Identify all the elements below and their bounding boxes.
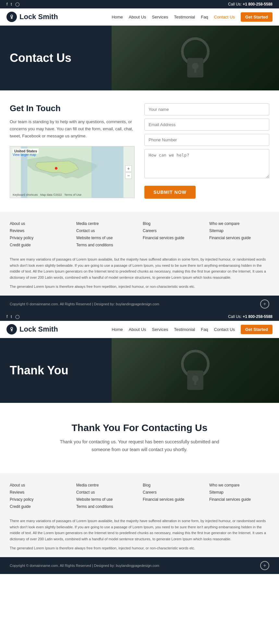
instagram-icon-2[interactable]: ◯ xyxy=(15,314,19,319)
twitter-icon-2[interactable]: t xyxy=(11,314,12,319)
footer-media-2[interactable]: Media centre xyxy=(76,483,136,487)
main-content: Get In Touch Our team is standing by to … xyxy=(0,90,279,212)
thankyou-section: Thank You For Contacting Us Thank you fo… xyxy=(0,403,279,473)
social-icons: f t ◯ xyxy=(6,2,19,6)
footer-lorem-small: The generated Lorem Ipsum is therefore a… xyxy=(10,284,269,289)
top-bar-2: f t ◯ Call Us: +1 800-258-5588 xyxy=(0,312,279,321)
footer-privacy[interactable]: Privacy policy xyxy=(10,236,70,240)
footer-media[interactable]: Media centre xyxy=(76,221,136,226)
nav-about[interactable]: About Us xyxy=(129,15,146,19)
footer-who-compare-2[interactable]: Who we compare xyxy=(209,483,269,487)
footer-blog-2[interactable]: Blog xyxy=(143,483,203,487)
call-label-2: Call Us: xyxy=(228,314,242,319)
get-started-button[interactable]: Get Started xyxy=(241,12,273,22)
hero-background-2 xyxy=(112,338,279,403)
email-input[interactable] xyxy=(144,119,269,131)
footer-sitemap-2[interactable]: Sitemap xyxy=(209,490,269,495)
logo-icon xyxy=(6,12,17,22)
footer-about-us-2[interactable]: About us xyxy=(10,483,70,487)
footer-col-4b: Who we compare Sitemap Financial service… xyxy=(209,483,269,511)
top-bar: f t ◯ Call Us: +1 800-258-5588 xyxy=(0,0,279,8)
hero-content: Contact Us xyxy=(0,41,81,75)
nav-home-2[interactable]: Home xyxy=(112,327,123,332)
get-started-button-2[interactable]: Get Started xyxy=(241,325,273,334)
map-zoom-out[interactable]: − xyxy=(125,172,132,179)
footer-terms-cond-2[interactable]: Terms and conditions xyxy=(76,504,136,509)
facebook-icon-2[interactable]: f xyxy=(6,314,7,319)
footer-about-us[interactable]: About us xyxy=(10,221,70,226)
map-attribution: Keyboard shortcuts Map data ©2022 Terms … xyxy=(13,193,81,196)
footer-financial2[interactable]: Financial services guide xyxy=(209,236,269,240)
thankyou-title: Thank You For Contacting Us xyxy=(10,422,269,433)
footer-col-2: Media centre Contact us Website terms of… xyxy=(76,221,136,250)
footer-col-3: Blog Careers Financial services guide xyxy=(143,221,203,250)
header: Lock Smith Home About Us Services Testim… xyxy=(0,8,279,26)
map-zoom-in[interactable]: + xyxy=(125,165,132,172)
hero-section-2: Thank You xyxy=(0,338,279,403)
right-column: SUBMIT NOW xyxy=(144,103,269,199)
nav-faq[interactable]: Faq xyxy=(201,15,208,19)
submit-button[interactable]: SUBMIT NOW xyxy=(144,186,196,199)
footer-privacy-2[interactable]: Privacy policy xyxy=(10,497,70,502)
footer-terms-cond[interactable]: Terms and conditions xyxy=(76,243,136,247)
footer-col-2b: Media centre Contact us Website terms of… xyxy=(76,483,136,511)
scroll-top-button[interactable]: + xyxy=(260,299,269,309)
footer-col-1b: About us Reviews Privacy policy Credit g… xyxy=(10,483,70,511)
nav-home[interactable]: Home xyxy=(112,15,123,19)
left-column: Get In Touch Our team is standing by to … xyxy=(10,103,135,199)
nav: Home About Us Services Testimonial Faq C… xyxy=(112,12,273,22)
twitter-icon[interactable]: t xyxy=(11,2,12,6)
phone-number: +1 800-258-5588 xyxy=(243,2,273,6)
footer-financial1[interactable]: Financial services guide xyxy=(143,236,203,240)
footer-careers[interactable]: Careers xyxy=(143,228,203,233)
message-field-group xyxy=(144,149,269,179)
hero-content-2: Thank You xyxy=(0,354,78,387)
logo[interactable]: Lock Smith xyxy=(6,12,58,22)
nav-services[interactable]: Services xyxy=(152,15,168,19)
nav-testimonial-2[interactable]: Testimonial xyxy=(174,327,195,332)
instagram-icon[interactable]: ◯ xyxy=(15,2,19,6)
footer-terms-use[interactable]: Website terms of use xyxy=(76,236,136,240)
footer-who-compare[interactable]: Who we compare xyxy=(209,221,269,226)
logo-text: Lock Smith xyxy=(19,13,58,21)
name-input[interactable] xyxy=(144,103,269,115)
footer-columns-2: About us Reviews Privacy policy Credit g… xyxy=(10,483,269,511)
footer-col-4: Who we compare Sitemap Financial service… xyxy=(209,221,269,250)
nav-testimonial[interactable]: Testimonial xyxy=(174,15,195,19)
footer-financial2-2[interactable]: Financial services guide xyxy=(209,497,269,502)
hero-title: Contact Us xyxy=(10,51,71,65)
nav-contact[interactable]: Contact Us xyxy=(214,15,235,19)
footer-blog[interactable]: Blog xyxy=(143,221,203,226)
nav-faq-2[interactable]: Faq xyxy=(201,327,208,332)
map-link[interactable]: View larger map xyxy=(13,153,36,157)
nav-about-2[interactable]: About Us xyxy=(129,327,146,332)
footer-contact-2[interactable]: Contact us xyxy=(76,490,136,495)
copyright-bar-2: Copyright © domainname.com. All Rights R… xyxy=(0,557,279,574)
footer-careers-2[interactable]: Careers xyxy=(143,490,203,495)
nav-services-2[interactable]: Services xyxy=(152,327,168,332)
footer-2: About us Reviews Privacy policy Credit g… xyxy=(0,473,279,557)
phone-input[interactable] xyxy=(144,134,269,146)
footer-lorem-text: There are many variations of passages of… xyxy=(10,256,269,281)
footer-col-3b: Blog Careers Financial services guide xyxy=(143,483,203,511)
social-icons-2: f t ◯ xyxy=(6,314,19,319)
message-input[interactable] xyxy=(144,149,269,178)
footer-lorem-small-2: The generated Lorem Ipsum is therefore a… xyxy=(10,545,269,551)
footer-credit-2[interactable]: Credit guide xyxy=(10,504,70,509)
logo-text-2: Lock Smith xyxy=(19,325,58,334)
logo-2[interactable]: Lock Smith xyxy=(6,324,58,334)
footer-terms-use-2[interactable]: Website terms of use xyxy=(76,497,136,502)
footer-financial1-2[interactable]: Financial services guide xyxy=(143,497,203,502)
footer-reviews-2[interactable]: Reviews xyxy=(10,490,70,495)
call-label: Call Us: xyxy=(228,2,242,6)
nav-contact-2[interactable]: Contact Us xyxy=(214,327,235,332)
svg-rect-2 xyxy=(11,18,12,18)
footer-sitemap[interactable]: Sitemap xyxy=(209,228,269,233)
footer-contact[interactable]: Contact us xyxy=(76,228,136,233)
footer-credit[interactable]: Credit guide xyxy=(10,243,70,247)
svg-rect-10 xyxy=(91,146,124,198)
facebook-icon[interactable]: f xyxy=(6,2,7,6)
svg-rect-6 xyxy=(194,68,196,73)
footer-reviews[interactable]: Reviews xyxy=(10,228,70,233)
scroll-top-button-2[interactable]: + xyxy=(260,561,269,570)
